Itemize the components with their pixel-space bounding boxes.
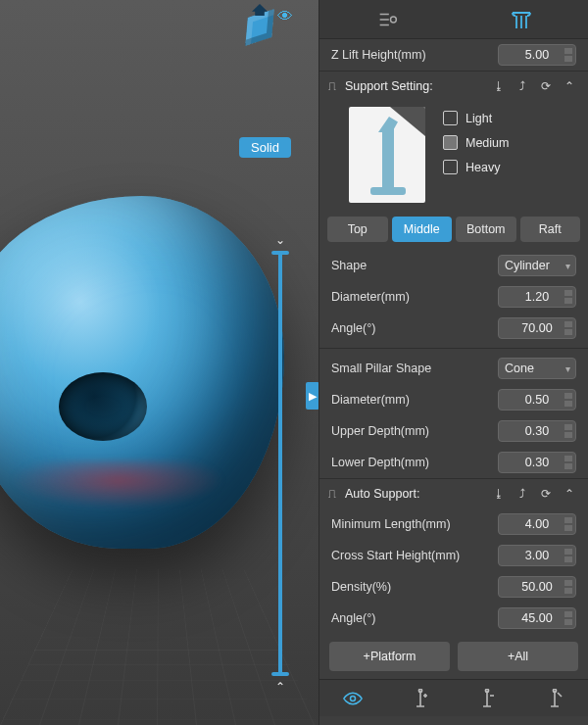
min-length-input[interactable]: 4.00 (498, 513, 576, 535)
sp-diameter-input[interactable]: 0.50 (498, 389, 576, 411)
chevron-up-icon[interactable]: ⌃ (275, 676, 285, 698)
export-icon[interactable]: ⤴ (514, 77, 531, 95)
preset-light-checkbox[interactable]: Light (443, 111, 509, 125)
small-pillar-shape-select[interactable]: Cone (498, 358, 576, 379)
small-pillar-shape-label: Small Pillar Shape (331, 362, 431, 375)
density-label: Density(%) (331, 580, 391, 594)
import-icon[interactable]: ⭳ (490, 485, 508, 503)
support-setting-header: ⎍ Support Setting: ⭳ ⤴ ⟳ ⌃ (319, 71, 588, 101)
z-lift-label: Z Lift Height(mm) (331, 48, 426, 62)
shape-select[interactable]: Cylinder (498, 255, 576, 276)
sp-diameter-label: Diameter(mm) (331, 393, 410, 407)
auto-support-header: ⎍ Auto Support: ⭳ ⤴ ⟳ ⌃ (319, 478, 588, 508)
eye-icon: 👁 (277, 8, 293, 25)
svg-point-1 (351, 696, 356, 701)
tab-settings-icon[interactable] (368, 0, 407, 39)
import-icon[interactable]: ⭳ (490, 77, 508, 95)
tab-raft[interactable]: Raft (520, 217, 581, 242)
z-lift-row: Z Lift Height(mm) 5.00 (319, 39, 588, 71)
upper-depth-input[interactable]: 0.30 (498, 420, 576, 442)
auto-angle-input[interactable]: 45.00 (498, 607, 576, 629)
viewport-3d[interactable]: 👁 Solid ⌄ ⌃ ▶ (0, 0, 318, 725)
visibility-toggle-icon[interactable] (333, 684, 372, 713)
reset-icon[interactable]: ⟳ (537, 485, 555, 503)
support-tool-footer (319, 679, 588, 716)
auto-support-title: Auto Support: (345, 487, 484, 501)
support-preview-thumbnail[interactable] (349, 107, 425, 203)
shading-mode-badge[interactable]: Solid (239, 137, 291, 158)
collapse-icon[interactable]: ⌃ (561, 485, 578, 503)
add-support-tool-icon[interactable] (401, 684, 440, 713)
add-all-button[interactable]: +All (458, 642, 578, 671)
z-lift-input[interactable]: 5.00 (498, 44, 576, 66)
preset-medium-label: Medium (466, 136, 509, 150)
shape-label: Shape (331, 259, 367, 272)
cross-start-label: Cross Start Height(mm) (331, 549, 460, 562)
angle-input[interactable]: 70.00 (498, 317, 576, 339)
lower-depth-input[interactable]: 0.30 (498, 452, 576, 473)
cross-start-input[interactable]: 3.00 (498, 545, 576, 566)
remove-support-tool-icon[interactable] (467, 684, 507, 713)
edit-support-tool-icon[interactable] (535, 684, 574, 713)
diameter-label: Diameter(mm) (331, 290, 410, 304)
layer-range-slider[interactable]: ⌄ ⌃ (271, 229, 289, 698)
lower-depth-label: Lower Depth(mm) (331, 456, 429, 469)
home-view-cube[interactable]: 👁 (246, 14, 281, 49)
support-preview-row: Light Medium Heavy (319, 101, 588, 213)
collapse-icon[interactable]: ⌃ (561, 77, 578, 95)
preset-medium-checkbox[interactable]: Medium (443, 135, 509, 150)
preset-light-label: Light (466, 112, 492, 125)
support-setting-title: Support Setting: (345, 79, 484, 93)
support-part-tabs: Top Middle Bottom Raft (319, 213, 588, 250)
tab-supports-icon[interactable] (502, 0, 541, 39)
tab-middle[interactable]: Middle (392, 217, 453, 242)
reset-icon[interactable]: ⟳ (537, 77, 555, 95)
export-icon[interactable]: ⤴ (514, 485, 531, 503)
panel-mode-tabs (319, 0, 588, 39)
svg-point-0 (390, 17, 396, 23)
density-input[interactable]: 50.00 (498, 576, 576, 598)
support-icon: ⎍ (325, 79, 339, 93)
auto-support-icon: ⎍ (325, 487, 339, 501)
min-length-label: Minimum Length(mm) (331, 517, 451, 531)
preset-heavy-checkbox[interactable]: Heavy (443, 160, 509, 174)
upper-depth-label: Upper Depth(mm) (331, 424, 429, 438)
tab-bottom[interactable]: Bottom (456, 217, 516, 242)
preset-heavy-label: Heavy (466, 161, 500, 174)
auto-angle-label: Angle(°) (331, 611, 375, 625)
tab-top[interactable]: Top (327, 217, 388, 242)
support-panel: Z Lift Height(mm) 5.00 ⎍ Support Setting… (318, 0, 588, 725)
add-platform-button[interactable]: +Platform (329, 642, 450, 671)
model-mesh[interactable] (0, 196, 284, 549)
chevron-down-icon[interactable]: ⌄ (275, 229, 285, 251)
panel-collapse-handle[interactable]: ▶ (306, 382, 318, 410)
diameter-input[interactable]: 1.20 (498, 286, 576, 308)
angle-label: Angle(°) (331, 321, 375, 335)
